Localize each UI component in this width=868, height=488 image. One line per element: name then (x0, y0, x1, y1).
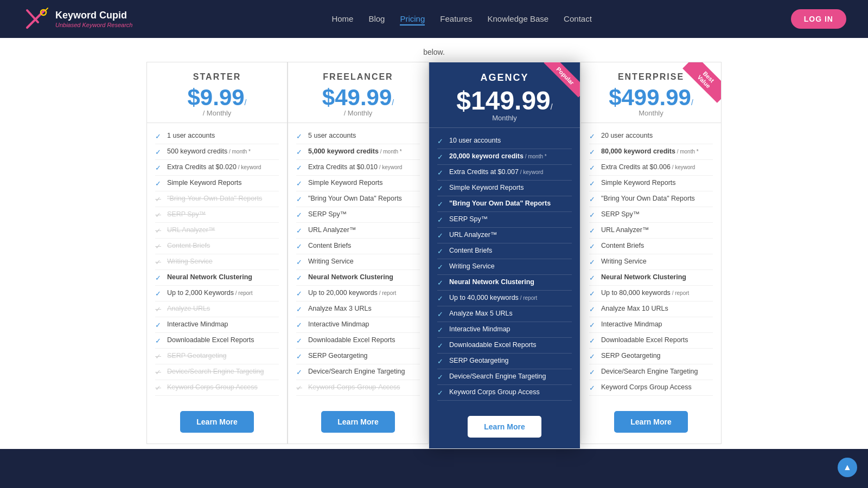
list-item: ✓Device/Search Engine Targeting (296, 364, 420, 380)
feature-text: Neural Network Clustering (167, 273, 252, 281)
badge-label-enterprise: Best Value (682, 62, 721, 103)
check-icon: ✓ (589, 179, 597, 188)
list-item: ✓Up to 20,000 keywords / report (296, 286, 420, 301)
cta-button-freelancer[interactable]: Learn More (321, 411, 394, 433)
nav-home[interactable]: Home (331, 14, 353, 23)
badge-enterprise: Best Value (678, 62, 721, 106)
check-icon: ✓ (155, 148, 163, 156)
list-item: ✓Interactive Mindmap (296, 317, 420, 333)
feature-text: Up to 80,000 keywords / report (601, 289, 689, 297)
check-icon: ✓ (589, 132, 597, 140)
list-item: ✓"Bring Your Own Data" Reports (437, 196, 572, 212)
feature-text: 5 user accounts (308, 132, 356, 139)
check-icon: ✓ (589, 337, 597, 345)
check-icon: ✓ (589, 195, 597, 203)
plan-cta-freelancer: Learn More (288, 401, 428, 444)
list-item: ✓SERP Spy™ (437, 212, 572, 228)
check-icon: ✓ (589, 305, 597, 313)
list-item: ✓Content Briefs (296, 239, 420, 254)
feature-sub: / keyword (237, 164, 261, 170)
plan-price-freelancer: $49.99/ (293, 86, 423, 109)
check-icon: ✓ (589, 211, 597, 219)
check-icon: ✓ (437, 232, 445, 240)
check-icon: ✓ (296, 242, 304, 251)
check-icon: ✓ (589, 258, 597, 266)
nav-features[interactable]: Features (440, 14, 472, 23)
list-item: ✓10 user accounts (437, 133, 572, 149)
check-icon: ✓ (155, 290, 163, 298)
list-item: ✓SERP Geotargeting (589, 349, 713, 364)
list-item: ✓5,000 keyword credits / month * (296, 144, 420, 160)
feature-text: Extra Credits at $0.020 / keyword (167, 163, 261, 171)
feature-text: 10 user accounts (449, 137, 501, 144)
plan-cta-enterprise: Learn More (581, 401, 721, 444)
plan-price-starter: $9.99/ (152, 86, 282, 109)
feature-text: Neural Network Clustering (449, 278, 534, 286)
list-item: ✓Neural Network Clustering (296, 270, 420, 286)
list-item: ✓Neural Network Clustering (155, 270, 279, 286)
feature-text: Keyword-Corps-Group-Access (308, 383, 400, 391)
check-icon: ✓ (155, 195, 163, 203)
list-item: ✓Device/Search Engine Targeting (437, 369, 572, 385)
check-icon: ✓ (589, 384, 597, 392)
plan-card-enterprise: Best ValueENTERPRISE$499.99/Monthly✓20 u… (580, 62, 722, 444)
list-item: ✓Downloadable Excel Reports (589, 333, 713, 349)
check-icon: ✓ (296, 305, 304, 313)
list-item: ✓Extra Credits at $0.006 / keyword (589, 160, 713, 176)
list-item: ✓Up to 40,000 keywords / report (437, 291, 572, 306)
nav-contact[interactable]: Contact (564, 14, 592, 23)
feature-text: Content Briefs (449, 247, 492, 254)
nav-blog[interactable]: Blog (368, 14, 385, 23)
login-button[interactable]: LOG IN (791, 9, 846, 29)
check-icon: ✓ (589, 321, 597, 329)
check-icon: ✓ (155, 352, 163, 361)
list-item: ✓20 user accounts (589, 129, 713, 144)
plan-period-enterprise: Monthly (586, 109, 716, 117)
feature-text: Up to 20,000 keywords / report (308, 289, 396, 297)
scroll-top-button[interactable]: ▲ (838, 458, 857, 477)
feature-text: "Bring-Your-Own-Data" Reports (167, 195, 262, 202)
feature-text: Neural Network Clustering (308, 273, 393, 281)
list-item: ✓Simple Keyword Reports (437, 181, 572, 196)
check-icon: ✓ (155, 258, 163, 266)
plan-card-agency: PopularAGENCY$149.99/Monthly✓10 user acc… (429, 62, 580, 449)
nav-pricing[interactable]: Pricing (400, 14, 425, 25)
feature-text: "Bring Your Own Data" Reports (449, 200, 551, 207)
list-item: ✓SERP Spy™ (296, 207, 420, 223)
feature-sub: / keyword (378, 164, 403, 170)
feature-text: Writing Service (308, 258, 354, 265)
cta-button-starter[interactable]: Learn More (180, 411, 253, 433)
list-item: ✓Analyze URLs (155, 301, 279, 317)
list-item: ✓80,000 keyword credits / month * (589, 144, 713, 160)
check-icon: ✓ (296, 164, 304, 172)
features-list-agency: ✓10 user accounts✓20,000 keyword credits… (429, 128, 580, 406)
plan-period-starter: / Monthly (152, 109, 282, 117)
feature-text: Extra Credits at $0.007 / keyword (449, 168, 543, 176)
check-icon: ✓ (437, 153, 445, 161)
check-icon: ✓ (155, 321, 163, 329)
check-icon: ✓ (437, 357, 445, 365)
feature-text: URL Analyzer™ (308, 226, 356, 234)
feature-text: 20,000 keyword credits / month * (449, 152, 547, 160)
plan-cta-starter: Learn More (147, 401, 287, 444)
cta-button-agency[interactable]: Learn More (468, 416, 541, 438)
check-icon: ✓ (437, 263, 445, 271)
check-icon: ✓ (437, 200, 445, 208)
check-icon: ✓ (589, 368, 597, 376)
feature-text: "Bring Your Own Data" Reports (308, 195, 402, 202)
list-item: ✓Simple Keyword Reports (155, 176, 279, 191)
feature-sub: / report (234, 290, 252, 296)
feature-text: "Bring Your Own Data" Reports (601, 195, 695, 202)
list-item: ✓Downloadable Excel Reports (155, 333, 279, 349)
plan-period-agency: Monthly (435, 114, 575, 122)
feature-text: Downloadable Excel Reports (308, 336, 395, 344)
cta-button-enterprise[interactable]: Learn More (614, 411, 687, 433)
check-icon: ✓ (437, 310, 445, 318)
check-icon: ✓ (155, 384, 163, 392)
check-icon: ✓ (437, 326, 445, 334)
list-item: ✓"Bring-Your-Own-Data" Reports (155, 191, 279, 207)
check-icon: ✓ (296, 352, 304, 361)
list-item: ✓Analyze Max 10 URLs (589, 301, 713, 317)
check-icon: ✓ (437, 342, 445, 350)
nav-knowledge[interactable]: Knowledge Base (488, 14, 549, 23)
